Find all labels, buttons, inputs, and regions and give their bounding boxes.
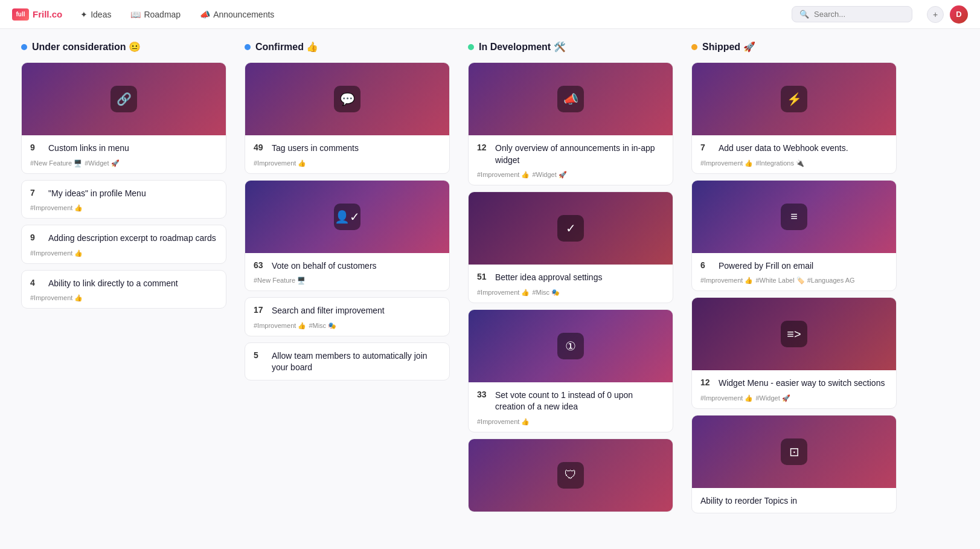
card-icon: ✓ <box>557 215 584 242</box>
card[interactable]: ≡>12Widget Menu - easier way to switch s… <box>691 297 897 409</box>
card[interactable]: 🔗9Custom links in menu#New Feature 🖥️#Wi… <box>21 62 226 174</box>
card[interactable]: ⚡7Add user data to Webhook events.#Impro… <box>691 62 897 174</box>
card-meta: 12Only overview of announcements in in-a… <box>477 143 664 166</box>
card[interactable]: 7"My ideas" in profile Menu#Improvement … <box>21 180 226 219</box>
logo-mark: full <box>12 8 29 21</box>
tag: #Improvement 👍 <box>477 289 530 297</box>
card[interactable]: 5Allow team members to automatically joi… <box>245 342 450 380</box>
card-body: 63Vote on behalf of customers#New Featur… <box>245 253 449 291</box>
add-button[interactable]: + <box>927 6 944 23</box>
card-votes: 17 <box>254 305 266 315</box>
card-title: Search and filter improvement <box>272 305 385 317</box>
avatar[interactable]: D <box>950 5 968 24</box>
tag: #Widget 🚀 <box>85 159 119 167</box>
card-icon: ≡> <box>781 321 807 347</box>
tag: #Improvement 👍 <box>30 294 83 302</box>
column-status-dot <box>21 44 27 50</box>
card-meta: 5Allow team members to automatically joi… <box>254 350 441 374</box>
card[interactable]: ⊡Ability to reorder Topics in <box>691 415 897 514</box>
card-votes: 5 <box>254 350 266 360</box>
card-body: 7"My ideas" in profile Menu#Improvement … <box>22 181 226 219</box>
tag: #Misc 🎭 <box>532 289 560 297</box>
card-tags: #Improvement 👍#Misc 🎭 <box>254 322 441 330</box>
tag: #Improvement 👍 <box>30 204 83 212</box>
card-image: 💬 <box>245 63 449 135</box>
card-title: Ability to link directly to a comment <box>48 278 178 290</box>
card-votes: 4 <box>30 278 42 287</box>
card-title: Ability to reorder Topics in <box>700 495 797 507</box>
card-votes: 63 <box>254 260 266 270</box>
search-icon: 🔍 <box>799 10 809 19</box>
tag: #Widget 🚀 <box>755 394 790 402</box>
card-icon: ≡ <box>781 204 807 230</box>
card-votes: 12 <box>477 143 489 152</box>
column-shipped: Shipped 🚀⚡7Add user data to Webhook even… <box>682 41 906 513</box>
nav-ideas[interactable]: ✦ Ideas <box>77 7 115 22</box>
card-tags: #Improvement 👍#Integrations 🔌 <box>700 159 888 167</box>
card[interactable]: 9Adding description excerpt to roadmap c… <box>21 225 226 264</box>
cards-list: 🔗9Custom links in menu#New Feature 🖥️#Wi… <box>21 62 226 309</box>
card-image: 🛡 <box>469 439 673 512</box>
card-meta: 4Ability to link directly to a comment <box>30 278 217 290</box>
card-image: ≡ <box>692 181 896 253</box>
roadmap-icon: 📖 <box>130 10 141 19</box>
column-title: In Development 🛠️ <box>479 41 566 53</box>
card-body: 5Allow team members to automatically joi… <box>245 343 449 380</box>
card-image: ⊡ <box>692 416 896 488</box>
card-votes: 51 <box>477 272 489 281</box>
card-tags: #Improvement 👍 <box>30 294 217 302</box>
column-title: Under consideration 😐 <box>32 41 141 53</box>
card-title: Adding description excerpt to roadmap ca… <box>48 233 216 245</box>
card-meta: 9Adding description excerpt to roadmap c… <box>30 233 217 245</box>
tag: #Integrations 🔌 <box>755 159 804 167</box>
tag: #Improvement 👍 <box>254 159 306 167</box>
column-header-in-development: In Development 🛠️ <box>468 41 673 53</box>
card-body: 9Custom links in menu#New Feature 🖥️#Wid… <box>22 135 226 173</box>
card[interactable]: 4Ability to link directly to a comment#I… <box>21 270 226 309</box>
card-title: Add user data to Webhook events. <box>719 143 848 155</box>
nav-announcements[interactable]: 📣 Announcements <box>196 7 278 22</box>
card-title: Tag users in comments <box>272 143 359 155</box>
kanban-board: Under consideration 😐🔗9Custom links in m… <box>0 29 980 549</box>
card[interactable]: ①33Set vote count to 1 instead of 0 upon… <box>468 309 673 432</box>
tag: #New Feature 🖥️ <box>254 277 306 284</box>
card-icon: 🛡 <box>557 462 584 489</box>
search-input[interactable] <box>814 10 898 19</box>
tag: #Improvement 👍 <box>477 171 530 179</box>
column-title: Confirmed 👍 <box>255 41 318 53</box>
cards-list: ⚡7Add user data to Webhook events.#Impro… <box>691 62 897 513</box>
card-tags: #Improvement 👍 <box>477 418 664 426</box>
card-title: Vote on behalf of customers <box>272 260 377 272</box>
ideas-icon: ✦ <box>80 10 88 19</box>
nav-roadmap[interactable]: 📖 Roadmap <box>127 7 184 22</box>
card-title: Better idea approval settings <box>495 272 602 284</box>
tag: #White Label 🏷️ <box>755 277 804 284</box>
card-icon: 🔗 <box>110 86 137 112</box>
card[interactable]: ≡6Powered by Frill on email#Improvement … <box>691 180 897 292</box>
brand-logo[interactable]: full Frill.co <box>12 8 62 21</box>
column-under-consideration: Under consideration 😐🔗9Custom links in m… <box>12 41 235 309</box>
card[interactable]: 17Search and filter improvement#Improvem… <box>245 297 450 336</box>
card-title: Set vote count to 1 instead of 0 upon cr… <box>495 390 664 413</box>
card-tags: #Improvement 👍#White Label 🏷️#Languages … <box>700 277 888 284</box>
column-header-confirmed: Confirmed 👍 <box>245 41 450 53</box>
card[interactable]: ✓51Better idea approval settings#Improve… <box>468 191 673 303</box>
card-votes: 12 <box>700 377 713 387</box>
card-tags: #New Feature 🖥️ <box>254 277 441 284</box>
card-image: 📣 <box>469 63 673 135</box>
nav-ideas-label: Ideas <box>91 10 111 19</box>
card[interactable]: 👤✓63Vote on behalf of customers#New Feat… <box>245 180 450 292</box>
card-icon: 👤✓ <box>334 204 360 230</box>
card-tags: #Improvement 👍#Misc 🎭 <box>477 289 664 297</box>
card[interactable]: 📣12Only overview of announcements in in-… <box>468 62 673 185</box>
card-icon: ⚡ <box>781 86 807 112</box>
search-bar[interactable]: 🔍 <box>792 6 912 22</box>
card-image: ≡> <box>692 298 896 370</box>
card-image: ① <box>469 310 673 382</box>
nav-roadmap-label: Roadmap <box>144 10 181 19</box>
card-body: 49Tag users in comments#Improvement 👍 <box>245 135 449 173</box>
card-votes: 33 <box>477 390 489 399</box>
card[interactable]: 💬49Tag users in comments#Improvement 👍 <box>245 62 450 174</box>
card-meta: 7"My ideas" in profile Menu <box>30 188 217 200</box>
card[interactable]: 🛡 <box>468 438 673 512</box>
